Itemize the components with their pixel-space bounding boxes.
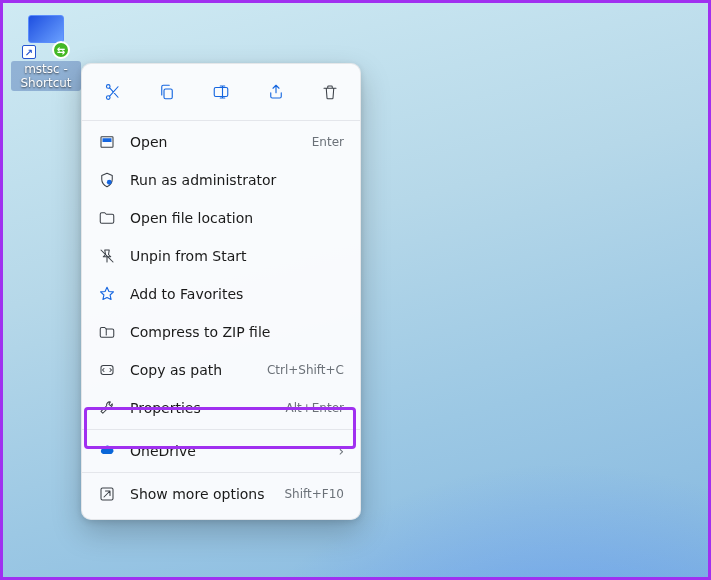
menu-item-label: Run as administrator [130, 172, 344, 188]
svg-rect-0 [164, 89, 172, 99]
copy-button[interactable] [151, 76, 183, 108]
menu-item-label: Compress to ZIP file [130, 324, 344, 340]
cut-button[interactable] [96, 76, 128, 108]
svg-rect-3 [103, 138, 112, 142]
menu-item-shortcut: Alt+Enter [285, 401, 344, 415]
star-icon [98, 285, 116, 303]
menu-item-label: OneDrive [130, 443, 338, 459]
menu-item-shortcut: Enter [312, 135, 344, 149]
menu-item-label: Show more options [130, 486, 284, 502]
menu-item-shortcut: Ctrl+Shift+C [267, 363, 344, 377]
desktop-icon-label: mstsc - Shortcut [11, 61, 81, 91]
separator [82, 120, 360, 121]
share-icon [267, 83, 285, 101]
desktop-icon-mstsc-shortcut[interactable]: ↗ ⇆ mstsc - Shortcut [11, 11, 81, 91]
menu-item-shortcut: Shift+F10 [284, 487, 344, 501]
menu-item-run-admin[interactable]: Run as administrator [88, 161, 354, 199]
separator [82, 429, 360, 430]
remote-desktop-icon: ↗ ⇆ [22, 11, 70, 59]
menu-item-label: Properties [130, 400, 285, 416]
menu-item-label: Open file location [130, 210, 344, 226]
chevron-right-icon: › [338, 443, 344, 459]
copy-icon [158, 83, 176, 101]
share-button[interactable] [260, 76, 292, 108]
svg-point-4 [107, 180, 112, 185]
shield-icon [98, 171, 116, 189]
menu-item-compress-zip[interactable]: Compress to ZIP file [88, 313, 354, 351]
open-icon [98, 133, 116, 151]
menu-item-add-favorites[interactable]: Add to Favorites [88, 275, 354, 313]
menu-item-label: Add to Favorites [130, 286, 344, 302]
scissors-icon [103, 83, 121, 101]
menu-item-copy-path[interactable]: Copy as path Ctrl+Shift+C [88, 351, 354, 389]
expand-icon [98, 485, 116, 503]
onedrive-icon [98, 442, 116, 460]
menu-item-open[interactable]: Open Enter [88, 123, 354, 161]
trash-icon [321, 83, 339, 101]
menu-item-onedrive[interactable]: OneDrive › [88, 432, 354, 470]
folder-icon [98, 209, 116, 227]
quick-actions-bar [88, 70, 354, 118]
unpin-icon [98, 247, 116, 265]
menu-item-show-more[interactable]: Show more options Shift+F10 [88, 475, 354, 513]
menu-item-label: Unpin from Start [130, 248, 344, 264]
menu-item-label: Copy as path [130, 362, 267, 378]
context-menu: Open Enter Run as administrator Open fil… [81, 63, 361, 520]
separator [82, 472, 360, 473]
desktop-background: ↗ ⇆ mstsc - Shortcut Open [3, 3, 708, 577]
wrench-icon [98, 399, 116, 417]
menu-item-properties[interactable]: Properties Alt+Enter [88, 389, 354, 427]
menu-item-unpin-start[interactable]: Unpin from Start [88, 237, 354, 275]
copy-path-icon [98, 361, 116, 379]
rename-button[interactable] [205, 76, 237, 108]
rename-icon [212, 83, 230, 101]
menu-item-label: Open [130, 134, 312, 150]
zip-icon [98, 323, 116, 341]
delete-button[interactable] [314, 76, 346, 108]
menu-item-open-location[interactable]: Open file location [88, 199, 354, 237]
svg-rect-1 [214, 88, 228, 97]
